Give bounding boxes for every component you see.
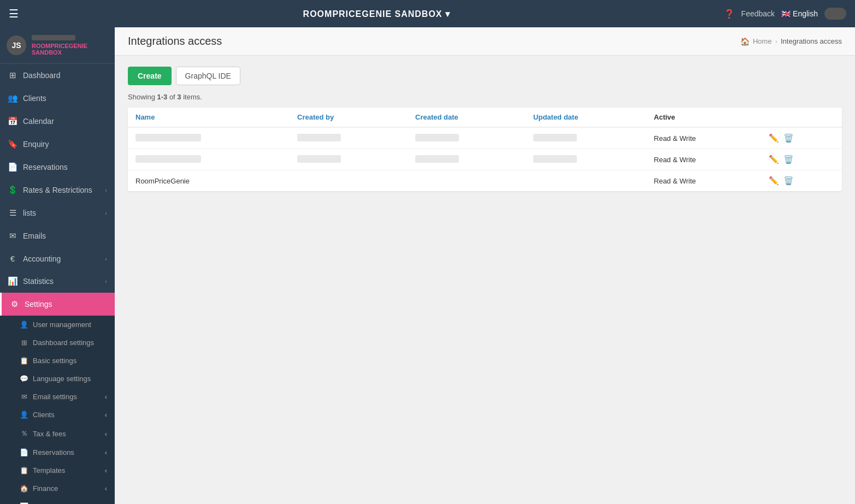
dropdown-arrow[interactable]: ▾ [445, 9, 450, 19]
sidebar-subitem-email-settings[interactable]: ✉ Email settings ‹ [0, 388, 115, 406]
email-settings-icon: ✉ [20, 393, 28, 401]
name-placeholder [135, 155, 201, 163]
cell-updated-date [526, 170, 646, 192]
cell-name [128, 149, 290, 170]
sidebar-item-emails[interactable]: ✉ Emails [0, 224, 115, 247]
app-title[interactable]: ROOMPRICEGENIE SANDBOX [303, 9, 443, 19]
settings-icon: ⚙ [9, 299, 19, 309]
sidebar-item-rates[interactable]: 💲 Rates & Restrictions ‹ [0, 179, 115, 201]
col-header-updated-date[interactable]: Updated date [526, 108, 646, 127]
table-row: Read & Write ✏️ 🗑️ [128, 149, 842, 170]
sidebar-item-label: Calendar [23, 117, 54, 126]
sidebar-subitem-basic-settings[interactable]: 📋 Basic settings [0, 352, 115, 370]
sidebar-subitem-user-management[interactable]: 👤 User management [0, 316, 115, 334]
delete-icon[interactable]: 🗑️ [783, 155, 794, 164]
breadcrumb-current: Integrations access [781, 37, 842, 45]
showing-text: Showing 1-3 of 3 items. [128, 93, 842, 101]
edit-icon[interactable]: ✏️ [769, 155, 779, 164]
sidebar-item-settings[interactable]: ⚙ Settings ˅ [0, 293, 115, 316]
sidebar-item-label: Emails [23, 232, 46, 240]
breadcrumb-home[interactable]: Home [753, 37, 772, 45]
sidebar-item-accounting[interactable]: € Accounting ‹ [0, 247, 115, 270]
sidebar-item-reservations[interactable]: 📄 Reservations [0, 156, 115, 179]
delete-icon[interactable]: 🗑️ [783, 133, 794, 143]
cell-created-date [408, 127, 526, 149]
created-date-placeholder [415, 134, 459, 141]
hamburger-icon[interactable]: ☰ [9, 7, 19, 20]
top-nav: ☰ ROOMPRICEGENIE SANDBOX ▾ ❓ Feedback 🇬🇧… [0, 0, 855, 27]
sub-item-label: Clients [33, 411, 55, 419]
dashboard-settings-icon: ⊞ [20, 339, 28, 347]
user-name-placeholder [32, 35, 75, 40]
cell-created-by [290, 170, 408, 192]
content-area: Create GraphQL IDE Showing 1-3 of 3 item… [115, 56, 855, 202]
edit-icon[interactable]: ✏️ [769, 176, 779, 186]
sidebar-item-dashboard[interactable]: ⊞ Dashboard [0, 64, 115, 87]
sidebar-item-label: Rates & Restrictions [23, 186, 92, 194]
help-icon[interactable]: ❓ [724, 9, 735, 19]
cell-actions: ✏️ 🗑️ [761, 170, 842, 192]
right-section: ❓ Feedback 🇬🇧 English [724, 8, 846, 20]
breadcrumb-separator: › [775, 37, 777, 45]
sidebar-item-label: Statistics [23, 277, 54, 286]
sidebar-subitem-tax-fees[interactable]: ％ Tax & fees ‹ [0, 424, 115, 443]
sidebar-item-statistics[interactable]: 📊 Statistics ‹ [0, 270, 115, 293]
graphql-ide-button[interactable]: GraphQL IDE [176, 67, 240, 85]
emails-icon: ✉ [8, 231, 17, 241]
chevron-icon: ‹ [105, 278, 107, 284]
cell-name: RoomPriceGenie [128, 170, 290, 192]
chevron-icon: ‹ [105, 430, 107, 438]
created-date-placeholder [415, 155, 459, 163]
cell-created-by [290, 149, 408, 170]
sidebar-item-calendar[interactable]: 📅 Calendar [0, 110, 115, 133]
cell-updated-date [526, 127, 646, 149]
integrations-table: Name Created by Created date Updated dat… [128, 108, 842, 191]
chevron-down-icon: ˅ [104, 301, 107, 308]
sub-item-label: Basic settings [33, 357, 76, 365]
sidebar-subitem-dashboard-settings[interactable]: ⊞ Dashboard settings [0, 334, 115, 352]
page-title: Integrations access [128, 35, 222, 48]
calendar-icon: 📅 [8, 116, 17, 126]
sub-item-label: User management [33, 321, 91, 329]
feedback-link[interactable]: Feedback [741, 9, 775, 18]
table-header-row: Name Created by Created date Updated dat… [128, 108, 842, 127]
chevron-icon: ‹ [105, 187, 107, 193]
sidebar-item-clients[interactable]: 👥 Clients [0, 87, 115, 110]
sub-item-label: Language settings [33, 375, 91, 383]
edit-icon[interactable]: ✏️ [769, 133, 779, 143]
create-button[interactable]: Create [128, 67, 172, 85]
sub-item-label: Reservations [33, 448, 74, 456]
updated-date-placeholder [533, 155, 577, 163]
created-by-placeholder [297, 155, 341, 163]
sidebar-item-label: Dashboard [23, 71, 61, 80]
cell-access: Read & Write [646, 170, 761, 192]
cell-created-by [290, 127, 408, 149]
sidebar-item-enquiry[interactable]: 🔖 Enquiry [0, 133, 115, 156]
sidebar-subitem-clients[interactable]: 👤 Clients ‹ [0, 406, 115, 424]
enquiry-icon: 🔖 [8, 139, 17, 149]
sidebar-item-label: lists [23, 209, 36, 217]
col-header-created-date[interactable]: Created date [408, 108, 526, 127]
sidebar-subitem-reservations[interactable]: 📄 Reservations ‹ [0, 443, 115, 461]
settings-submenu: 👤 User management ⊞ Dashboard settings 📋… [0, 316, 115, 504]
name-placeholder [135, 134, 201, 141]
sidebar-item-lists[interactable]: ☰ lists ‹ [0, 201, 115, 224]
brand-center: ROOMPRICEGENIE SANDBOX ▾ [30, 9, 724, 19]
col-header-actions [761, 108, 842, 127]
col-header-name[interactable]: Name [128, 108, 290, 127]
toggle-button[interactable] [824, 8, 846, 20]
col-header-created-by[interactable]: Created by [290, 108, 408, 127]
statistics-icon: 📊 [8, 276, 17, 286]
cell-created-date [408, 149, 526, 170]
sidebar-item-label: Reservations [23, 163, 68, 171]
sidebar-subitem-language-settings[interactable]: 💬 Language settings [0, 370, 115, 388]
language-selector[interactable]: 🇬🇧 English [781, 9, 818, 18]
toolbar: Create GraphQL IDE [128, 67, 842, 85]
sidebar-subitem-finance[interactable]: 🏠 Finance ‹ [0, 479, 115, 497]
sidebar-subitem-statistics-group[interactable]: 📊 Statistics group [0, 497, 115, 504]
sidebar-user: JS ROOMPRICEGENIE SANDBOX [0, 27, 115, 64]
sidebar-subitem-templates[interactable]: 📋 Templates ‹ [0, 461, 115, 479]
delete-icon[interactable]: 🗑️ [783, 176, 794, 186]
chevron-icon: ‹ [105, 210, 107, 216]
cell-actions: ✏️ 🗑️ [761, 149, 842, 170]
